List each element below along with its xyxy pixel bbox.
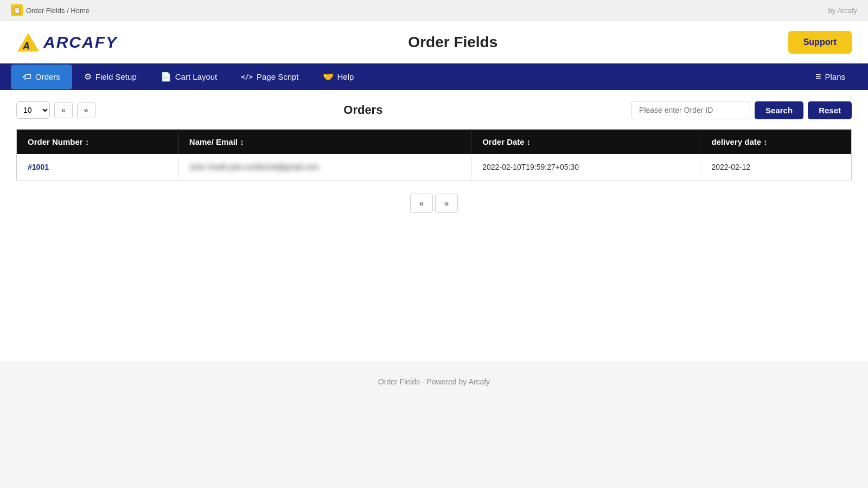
nav-bar: 🏷 Orders ⚙ Field Setup 📄 Cart Layout </>… xyxy=(0,63,868,90)
logo: A ARCAFY xyxy=(16,32,118,53)
cell-order-number[interactable]: #1001 xyxy=(17,154,178,181)
col-order-number[interactable]: Order Number ↕ xyxy=(17,130,178,155)
tag-icon: 🏷 xyxy=(23,72,31,82)
col-name-email[interactable]: Name/ Email ↕ xyxy=(178,130,471,155)
page-title: Order Fields xyxy=(408,34,497,51)
next-page-button-bottom[interactable]: » xyxy=(435,194,458,213)
top-bar: 📋 Order Fields / Home by Arcafy xyxy=(0,0,868,21)
next-page-button-top[interactable]: » xyxy=(77,102,95,118)
nav-item-orders[interactable]: 🏷 Orders xyxy=(11,65,72,89)
nav-right: ≡ Plans xyxy=(803,63,857,90)
svg-text:A: A xyxy=(22,41,30,52)
gear-icon: ⚙ xyxy=(84,72,92,82)
logo-text: ARCAFY xyxy=(43,33,118,52)
orders-table: Order Number ↕ Name/ Email ↕ Order Date … xyxy=(16,129,852,181)
toolbar-left: 10 25 50 100 « » xyxy=(16,101,95,119)
nav-left: 🏷 Orders ⚙ Field Setup 📄 Cart Layout </>… xyxy=(11,64,366,89)
toolbar-right: Search Reset xyxy=(631,101,852,119)
col-order-date[interactable]: Order Date ↕ xyxy=(471,130,700,155)
breadcrumb: 📋 Order Fields / Home xyxy=(11,4,90,16)
table-header: Order Number ↕ Name/ Email ↕ Order Date … xyxy=(17,130,852,155)
cell-name-email: John Smith john.smith234@gmail.com xyxy=(178,154,471,181)
code-icon: </> xyxy=(241,73,253,81)
logo-icon: A xyxy=(16,32,40,53)
col-delivery-date[interactable]: delivery date ↕ xyxy=(700,130,852,155)
orders-toolbar: 10 25 50 100 « » Orders Search Reset xyxy=(16,101,852,119)
main-header: A ARCAFY Order Fields Support xyxy=(0,21,868,63)
nav-item-page-script[interactable]: </> Page Script xyxy=(229,65,310,89)
content-area: 10 25 50 100 « » Orders Search Reset Ord… xyxy=(0,90,868,361)
cell-delivery-date: 2022-02-12 xyxy=(700,154,852,181)
orders-section-title: Orders xyxy=(95,103,631,117)
table-body: #1001John Smith john.smith234@gmail.com2… xyxy=(17,154,852,181)
list-icon: ≡ xyxy=(815,71,821,82)
nav-item-field-setup[interactable]: ⚙ Field Setup xyxy=(72,64,149,89)
help-icon: 🤝 xyxy=(323,72,334,82)
file-icon: 📄 xyxy=(161,72,171,82)
prev-page-button-top[interactable]: « xyxy=(54,102,73,118)
cell-order-date: 2022-02-10T19:59:27+05:30 xyxy=(471,154,700,181)
nav-item-plans[interactable]: ≡ Plans xyxy=(803,63,857,90)
footer: Order Fields - Powered by Arcafy xyxy=(0,361,868,397)
search-button[interactable]: Search xyxy=(755,101,803,119)
breadcrumb-text: Order Fields / Home xyxy=(26,7,90,15)
reset-button[interactable]: Reset xyxy=(808,101,852,119)
order-id-input[interactable] xyxy=(631,101,750,119)
nav-item-help[interactable]: 🤝 Help xyxy=(311,64,366,89)
by-arcafy-text: by Arcafy xyxy=(828,7,857,15)
nav-item-cart-layout[interactable]: 📄 Cart Layout xyxy=(149,64,229,89)
bottom-pagination: « » xyxy=(16,194,852,213)
prev-page-button-bottom[interactable]: « xyxy=(410,194,433,213)
per-page-select[interactable]: 10 25 50 100 xyxy=(16,101,50,119)
footer-text: Order Fields - Powered by Arcafy xyxy=(378,377,490,386)
support-button[interactable]: Support xyxy=(788,31,852,54)
breadcrumb-icon: 📋 xyxy=(11,4,23,16)
table-row: #1001John Smith john.smith234@gmail.com2… xyxy=(17,154,852,181)
